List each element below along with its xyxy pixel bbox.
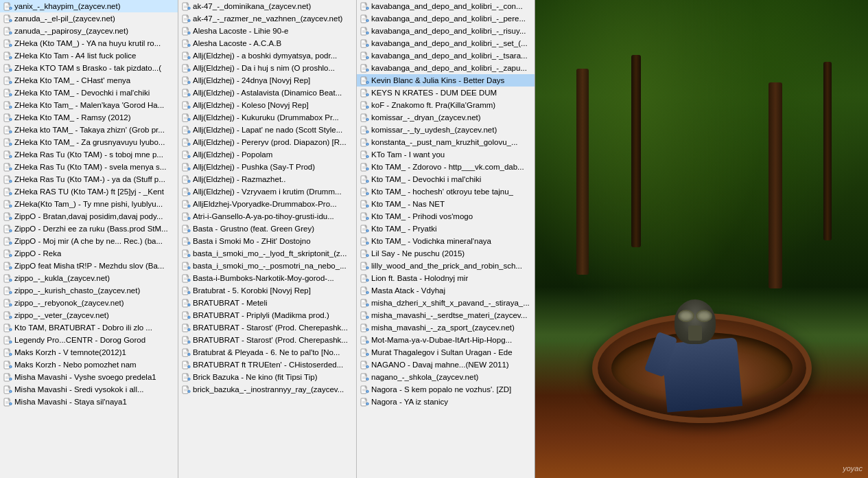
list-item[interactable]: ak-47_-_razmer_ne_vazhnen_(zaycev.net) xyxy=(178,12,356,25)
list-item[interactable]: Basta-i-Bumboks-Narkotik-Moy-gorod-... xyxy=(178,272,356,284)
list-item[interactable]: Alesha Lacoste - A.C.A.B xyxy=(178,37,356,49)
list-item[interactable]: ZippO - Reka xyxy=(0,247,178,260)
list-item[interactable]: ZippO - Bratan,davaj posidim,davaj pody.… xyxy=(0,210,178,223)
list-item[interactable]: ZHeka Kto TAM_ - CHast' menya xyxy=(0,74,178,87)
list-item[interactable]: Kto TAM_ - Pryatki xyxy=(357,223,535,235)
list-item[interactable]: BRATUBRAT ft TRUEten' - CHistoserded... xyxy=(178,358,356,371)
list-item[interactable]: basta_i_smoki_mo_-_lyod_ft_skriptonit_(z… xyxy=(178,247,356,260)
list-item[interactable]: kavabanga_and_depo_and_kolibri_-_zapu... xyxy=(357,62,535,74)
list-item[interactable]: misha_mavashi_-_za_sport_(zaycev.net) xyxy=(357,321,535,334)
list-item[interactable]: zippo_-_kukla_(zaycev.net) xyxy=(0,272,178,284)
list-item[interactable]: Allj(Eldzhej) - Vzryvaem i krutim (Drumm… xyxy=(178,185,356,198)
list-item[interactable]: BRATUBRAT - Starost' (Prod. Cherepashk..… xyxy=(178,321,356,334)
list-item[interactable]: misha_dzheri_x_shift_x_pavand_-_stiraya_… xyxy=(357,297,535,309)
list-item[interactable]: Allj(Eldzhej) - Koleso [Novyj Rep] xyxy=(178,99,356,111)
list-item[interactable]: KTo Tam - I want you xyxy=(357,148,535,161)
list-item[interactable]: Legendy Pro...CENTR - Dorog Gorod xyxy=(0,334,178,346)
list-item[interactable]: koF - Znakomo ft. Pra(Killa'Gramm) xyxy=(357,99,535,111)
list-item[interactable]: Basta i Smoki Mo - ZHit' Dostojno xyxy=(178,235,356,247)
list-item[interactable]: ZHeka Kto TAM_ - Za grusnyavuyu lyubo... xyxy=(0,136,178,148)
list-item[interactable]: KEYS N KRATES - DUM DEE DUM xyxy=(357,87,535,99)
list-item[interactable]: nagano_-_shkola_(zaycev.net) xyxy=(357,371,535,383)
list-item[interactable]: Nagora - S kem popalo ne vozhus'. [ZD] xyxy=(357,383,535,396)
list-item[interactable]: Kto TAM_ - Vodichka mineral'naya xyxy=(357,235,535,247)
list-item[interactable]: Allj(Eldzhej) - Razmazhet.. xyxy=(178,173,356,185)
list-item[interactable]: ZHeka Kto TAM_ - Ramsy (2012) xyxy=(0,111,178,124)
list-item[interactable]: Kto TAM_ - Nas NET xyxy=(357,198,535,210)
list-item[interactable]: kavabanga_and_depo_and_kolibri_-_pere... xyxy=(357,12,535,25)
list-item[interactable]: ak-47_-_dominikana_(zaycev.net) xyxy=(178,0,356,12)
list-item[interactable]: ZHeka Kto Tam_ - Malen'kaya 'Gorod Ha... xyxy=(0,99,178,111)
list-item[interactable]: ZHeka Ras Tu (Kto TAM-) - ya da (Stuff p… xyxy=(0,173,178,185)
list-item[interactable]: Allj(Eldzhej) - Pereryv (prod. Diapazon)… xyxy=(178,136,356,148)
list-item[interactable]: ZHeka RAS TU (Kto TAM-) ft [25]yj - _Ken… xyxy=(0,185,178,198)
list-item[interactable]: zanuda_-_el-pil_(zaycev.net) xyxy=(0,12,178,25)
list-item[interactable]: NAGANO - Davaj mahne...(NEW 2011) xyxy=(357,358,535,371)
list-item[interactable]: zanuda_-_papirosy_(zaycev.net) xyxy=(0,25,178,37)
list-item[interactable]: Bratubrat & Pleyada - 6. Ne to pal'to [N… xyxy=(178,346,356,358)
file-item-name: ZHeka (Kto TAM_) - YA na huyu krutil ro.… xyxy=(14,39,161,47)
list-item[interactable]: BRATUBRAT - Priplyli (Madikma prod.) xyxy=(178,309,356,321)
list-item[interactable]: Bratubrat - 5. Korobki [Novyj Rep] xyxy=(178,284,356,297)
list-item[interactable]: Allj(Eldzhej) - Da i huj s nim (O proshl… xyxy=(178,62,356,74)
list-item[interactable]: ZHeka Kto TAM_ - Devochki i mal'chiki xyxy=(0,87,178,99)
list-item[interactable]: misha_mavashi_-_serdtse_materi_(zaycev..… xyxy=(357,309,535,321)
list-item[interactable]: Allj(Eldzhej) - 24dnya [Novyj Rep] xyxy=(178,74,356,87)
list-item[interactable]: Atri-i-Gansello-A-ya-po-tihoy-grusti-idu… xyxy=(178,210,356,223)
list-item[interactable]: ZippO feat Misha tR!P - Mezhdu slov (Ba.… xyxy=(0,260,178,272)
list-item[interactable]: BRATUBRAT - Meteli xyxy=(178,297,356,309)
list-item[interactable]: Kto TAM_ - Prihodi vos'mogo xyxy=(357,210,535,223)
list-item[interactable]: ZHeka (Kto TAM_) - YA na huyu krutil ro.… xyxy=(0,37,178,49)
list-item[interactable]: Allj(Eldzhej) - Popolam xyxy=(178,148,356,161)
list-item[interactable]: konstanta_-_pust_nam_kruzhit_golovu_... xyxy=(357,136,535,148)
list-item[interactable]: brick_bazuka_-_inostrannyy_ray_(zaycev..… xyxy=(178,383,356,396)
list-item[interactable]: Misha Mavashi - Staya sil'naya1 xyxy=(0,396,178,408)
list-item[interactable]: Allj(Eldzhej) - Lapat' ne nado (Scott St… xyxy=(178,124,356,136)
list-item[interactable]: Allj(Eldzhej) - Pushka (Say-T Prod) xyxy=(178,161,356,173)
list-item[interactable]: ZHeka kto TAM_ - Takaya zhizn' (Grob pr.… xyxy=(0,124,178,136)
list-item[interactable]: Misha Mavashi - Vyshe svoego predela1 xyxy=(0,371,178,383)
list-item[interactable]: komissar_-_dryan_(zaycev.net) xyxy=(357,111,535,124)
list-item[interactable]: ZHeka(Kto Tam_) - Ty mne pishi, lyublyu.… xyxy=(0,198,178,210)
list-item[interactable]: Mot-Mama-ya-v-Dubae-ItArt-Hip-Hopg... xyxy=(357,334,535,346)
list-item[interactable]: ZHeka KTO TAM s Brasko - tak pizdato...( xyxy=(0,62,178,74)
list-item[interactable]: zippo_-_rebyonok_(zaycev.net) xyxy=(0,297,178,309)
list-item[interactable]: Allj(Eldzhej) - a boshki dymyatsya, podr… xyxy=(178,49,356,62)
list-item[interactable]: Murat Thagalegov i Sultan Uragan - Ede xyxy=(357,346,535,358)
list-item[interactable]: Alesha Lacoste - Lihie 90-e xyxy=(178,25,356,37)
list-item[interactable]: AlljEldzhej-Vporyadke-Drummabox-Pro... xyxy=(178,198,356,210)
list-item[interactable]: lilly_wood_and_the_prick_and_robin_sch..… xyxy=(357,260,535,272)
list-item[interactable]: Allj(Eldzhej) - Kukuruku (Drummabox Pr..… xyxy=(178,111,356,124)
list-item[interactable]: BRATUBRAT - Starost' (Prod. Cherepashk..… xyxy=(178,334,356,346)
file-item-name: Allj(Eldzhej) - Da i huj s nim (O proshl… xyxy=(193,64,335,72)
list-item[interactable]: basta_i_smoki_mo_-_posmotri_na_nebo_... xyxy=(178,260,356,272)
list-item[interactable]: ZippO - Derzhi ee za ruku (Bass.prod StM… xyxy=(0,223,178,235)
list-item[interactable]: Masta Atack - Vdyhaj xyxy=(357,284,535,297)
list-item[interactable]: kavabanga_and_depo_and_kolibri_-_set_(..… xyxy=(357,37,535,49)
list-item[interactable]: Allj(Eldzhej) - Astalavista (Dinamico Be… xyxy=(178,87,356,99)
list-item[interactable]: yanix_-_khaypim_(zaycev.net) xyxy=(0,0,178,12)
list-item[interactable]: ZHeka Kto Tam - A4 list fuck police xyxy=(0,49,178,62)
list-item[interactable]: Misha Mavashi - Sredi vysokok i all... xyxy=(0,383,178,396)
list-item[interactable]: Maks Korzh - V temnote(2012)1 xyxy=(0,346,178,358)
list-item[interactable]: Kto TAM_ - Zdorovo - http___vk.com_dab..… xyxy=(357,161,535,173)
list-item[interactable]: Lil Say - Ne puschu (2015) xyxy=(357,247,535,260)
list-item[interactable]: zippo_-_veter_(zaycev.net) xyxy=(0,309,178,321)
list-item[interactable]: kavabanga_and_depo_and_kolibri_-_con... xyxy=(357,0,535,12)
list-item[interactable]: Maks Korzh - Nebo pomozhet nam xyxy=(0,358,178,371)
list-item[interactable]: Kto TAM_ - Devochki i mal'chiki xyxy=(357,173,535,185)
list-item[interactable]: Nagora - YA iz stanicy xyxy=(357,396,535,408)
list-item[interactable]: Kto TAM_ - hochesh' otkroyu tebe tajnu_ xyxy=(357,185,535,198)
list-item[interactable]: Lion ft. Basta - Holodnyj mir xyxy=(357,272,535,284)
list-item[interactable]: kavabanga_and_depo_and_kolibri_-_risuy..… xyxy=(357,25,535,37)
list-item[interactable]: Basta - Grustno (feat. Green Grey) xyxy=(178,223,356,235)
list-item[interactable]: kavabanga_and_depo_and_kolibri_-_tsara..… xyxy=(357,49,535,62)
list-item[interactable]: Kto TAM, BRATUBRAT - Dobro ili zlo ... xyxy=(0,321,178,334)
list-item[interactable]: ZHeka Ras Tu (Kto TAM) - svela menya s..… xyxy=(0,161,178,173)
list-item[interactable]: Kevin Blanc & Julia Kins - Better Days xyxy=(357,74,535,87)
list-item[interactable]: zippo_-_kurish_chasto_(zaycev.net) xyxy=(0,284,178,297)
list-item[interactable]: komissar_-_ty_uydesh_(zaycev.net) xyxy=(357,124,535,136)
list-item[interactable]: ZippO - Moj mir (A che by ne... Rec.) (b… xyxy=(0,235,178,247)
list-item[interactable]: ZHeka Ras Tu (Kto TAM) - s toboj mne p..… xyxy=(0,148,178,161)
list-item[interactable]: Brick Bazuka - Ne kino (fit Tipsi Tip) xyxy=(178,371,356,383)
